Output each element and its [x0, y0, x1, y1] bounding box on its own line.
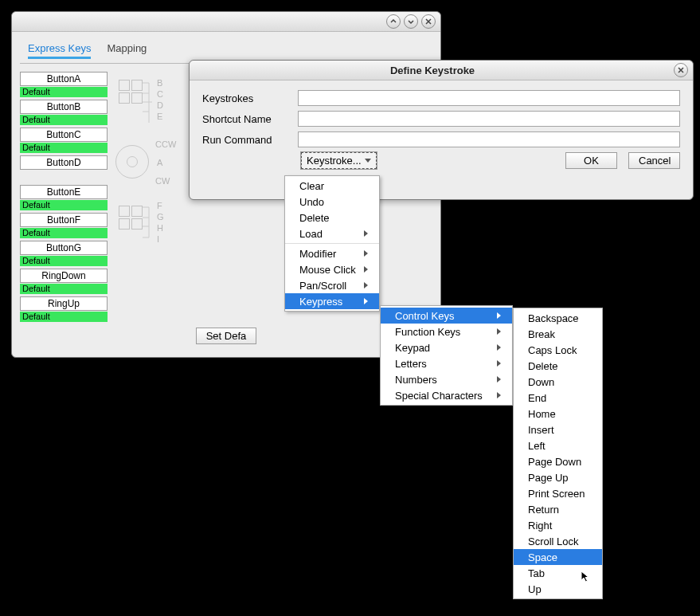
button-buttonc[interactable]: ButtonC — [20, 128, 108, 142]
menu-item-down[interactable]: Down — [514, 374, 602, 390]
dialog-title: Define Keystroke — [194, 65, 671, 77]
button-ringup[interactable]: RingUp — [20, 296, 108, 311]
button-buttonb[interactable]: ButtonB — [20, 100, 108, 114]
status-default: Default — [20, 228, 108, 238]
button-buttona[interactable]: ButtonA — [20, 72, 108, 86]
menu-item-tab[interactable]: Tab — [514, 565, 602, 581]
main-titlebar[interactable] — [12, 12, 440, 32]
menu-item-function-keys[interactable]: Function Keys — [381, 324, 512, 339]
menu-item-control-keys[interactable]: Control Keys — [381, 308, 512, 324]
ok-button[interactable]: OK — [565, 152, 617, 169]
run-command-label: Run Command — [202, 134, 290, 146]
control-keys-submenu[interactable]: BackspaceBreakCaps LockDeleteDownEndHome… — [513, 308, 603, 599]
menu-item-left[interactable]: Left — [514, 437, 602, 453]
shortcut-name-label: Shortcut Name — [202, 113, 290, 125]
run-command-input[interactable] — [298, 131, 680, 147]
menu-item-special-characters[interactable]: Special Characters — [381, 387, 512, 403]
define-keystroke-dialog: Define Keystroke Keystrokes Shortcut Nam… — [189, 60, 694, 200]
status-default: Default — [20, 87, 108, 97]
menu-item-insert[interactable]: Insert — [514, 422, 602, 437]
keystroke-menu[interactable]: ClearUndoDeleteLoadModifierMouse ClickPa… — [284, 175, 380, 312]
keystrokes-label: Keystrokes — [202, 92, 290, 104]
set-defaults-button[interactable]: Set Defa — [196, 328, 257, 344]
menu-item-caps-lock[interactable]: Caps Lock — [514, 342, 602, 358]
menu-item-mouse-click[interactable]: Mouse Click — [285, 261, 379, 277]
chevron-down-icon — [365, 159, 371, 163]
menu-item-backspace[interactable]: Backspace — [514, 310, 602, 326]
menu-item-keypress[interactable]: Keypress — [285, 293, 379, 309]
maximize-button[interactable] — [404, 14, 418, 29]
menu-item-scroll-lock[interactable]: Scroll Lock — [514, 533, 602, 549]
menu-item-delete[interactable]: Delete — [514, 358, 602, 374]
dialog-titlebar[interactable]: Define Keystroke — [190, 61, 693, 80]
button-buttond[interactable]: ButtonD — [20, 155, 108, 170]
menu-item-page-down[interactable]: Page Down — [514, 453, 602, 469]
menu-item-return[interactable]: Return — [514, 501, 602, 517]
button-buttonf[interactable]: ButtonF — [20, 213, 108, 227]
status-default: Default — [20, 284, 108, 294]
menu-item-clear[interactable]: Clear — [285, 178, 379, 194]
status-default: Default — [20, 312, 108, 322]
button-ringdown[interactable]: RingDown — [20, 269, 108, 283]
tab-mapping[interactable]: Mapping — [99, 40, 154, 63]
menu-item-break[interactable]: Break — [514, 326, 602, 342]
close-button[interactable] — [421, 14, 436, 29]
keystrokes-input[interactable] — [298, 90, 680, 106]
status-default: Default — [20, 200, 108, 210]
menu-item-keypad[interactable]: Keypad — [381, 339, 512, 355]
menu-item-end[interactable]: End — [514, 390, 602, 406]
minimize-button[interactable] — [386, 14, 401, 29]
menu-item-right[interactable]: Right — [514, 517, 602, 533]
menu-item-home[interactable]: Home — [514, 406, 602, 422]
status-empty — [20, 171, 108, 182]
button-buttone[interactable]: ButtonE — [20, 185, 108, 199]
button-buttong[interactable]: ButtonG — [20, 241, 108, 255]
menu-item-numbers[interactable]: Numbers — [381, 371, 512, 387]
menu-item-modifier[interactable]: Modifier — [285, 245, 379, 261]
menu-item-letters[interactable]: Letters — [381, 355, 512, 371]
menu-item-pan-scroll[interactable]: Pan/Scroll — [285, 277, 379, 293]
tab-express-keys[interactable]: Express Keys — [20, 40, 99, 63]
dialog-close-button[interactable] — [674, 63, 688, 77]
menu-item-print-screen[interactable]: Print Screen — [514, 485, 602, 501]
menu-item-load[interactable]: Load — [285, 226, 379, 241]
menu-item-up[interactable]: Up — [514, 581, 602, 597]
status-default: Default — [20, 143, 108, 153]
status-default: Default — [20, 115, 108, 125]
keystroke-combo-button[interactable]: Keystroke... — [301, 152, 377, 169]
menu-item-delete[interactable]: Delete — [285, 210, 379, 226]
button-list: ButtonADefaultButtonBDefaultButtonCDefau… — [20, 72, 108, 324]
menu-item-space[interactable]: Space — [514, 549, 602, 565]
menu-item-page-up[interactable]: Page Up — [514, 469, 602, 485]
keypress-submenu[interactable]: Control KeysFunction KeysKeypadLettersNu… — [380, 305, 513, 406]
shortcut-name-input[interactable] — [298, 111, 680, 127]
menu-item-undo[interactable]: Undo — [285, 194, 379, 210]
diagram: B C D E CCW A CW F G H I — [117, 72, 189, 287]
cancel-button[interactable]: Cancel — [628, 152, 680, 169]
status-default: Default — [20, 256, 108, 266]
